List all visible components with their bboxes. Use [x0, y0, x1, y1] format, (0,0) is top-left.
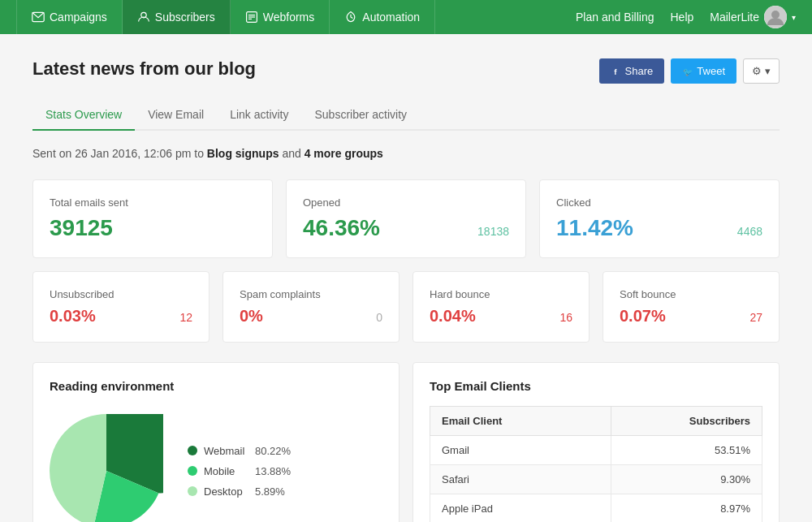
- legend-mobile-label: Mobile: [204, 465, 248, 477]
- help-link[interactable]: Help: [671, 11, 694, 24]
- stat-unsub-label: Unsubscribed: [50, 288, 192, 300]
- stat-soft-count: 27: [749, 311, 762, 324]
- stat-clicked-value: 11.42%: [556, 215, 633, 241]
- legend-desktop-label: Desktop: [204, 485, 248, 498]
- legend-mobile: Mobile 13.88%: [188, 465, 291, 477]
- stat-total-label: Total emails sent: [50, 196, 256, 209]
- stat-hard-bounce: Hard bounce 0.04% 16: [412, 271, 590, 343]
- client-name: Apple iPad: [430, 494, 611, 523]
- tab-view-email[interactable]: View Email: [135, 100, 217, 131]
- email-clients-tbody: Gmail53.51%Safari9.30%Apple iPad8.97%Int…: [430, 436, 762, 523]
- share-button[interactable]: f Share: [599, 58, 665, 84]
- legend-mobile-dot: [188, 466, 197, 476]
- main-content: Latest news from our blog f Share 🐦 Twee…: [0, 34, 812, 522]
- stat-total-value: 39125: [50, 215, 113, 241]
- stat-clicked-count: 4468: [737, 225, 762, 238]
- stat-opened-count: 18138: [477, 225, 509, 238]
- nav-automation-label: Automation: [362, 11, 420, 24]
- plan-billing-link[interactable]: Plan and Billing: [576, 11, 654, 24]
- table-row: Safari9.30%: [430, 465, 762, 494]
- legend-desktop-dot: [188, 486, 197, 496]
- stat-spam-count: 0: [376, 311, 382, 324]
- legend-webmail-label: Webmail: [204, 445, 248, 457]
- stat-unsub-main: 0.03% 12: [50, 307, 192, 326]
- stats-row-2: Unsubscribed 0.03% 12 Spam complaints 0%…: [32, 271, 780, 343]
- header-actions: f Share 🐦 Tweet ⚙ ▾: [599, 58, 780, 84]
- pie-legend: Webmail 80.22% Mobile 13.88% Desktop 5.8…: [188, 445, 291, 498]
- stat-spam: Spam complaints 0% 0: [222, 271, 400, 343]
- stat-spam-label: Spam complaints: [240, 288, 382, 300]
- avatar-icon: [764, 6, 787, 28]
- tweet-button[interactable]: 🐦 Tweet: [671, 58, 736, 84]
- automation-icon: [344, 11, 357, 24]
- page-header: Latest news from our blog f Share 🐦 Twee…: [32, 58, 780, 84]
- stat-hard-label: Hard bounce: [430, 288, 572, 300]
- pie-area: Webmail 80.22% Mobile 13.88% Desktop 5.8…: [50, 406, 382, 522]
- nav-webforms[interactable]: Webforms: [231, 0, 330, 34]
- user-menu[interactable]: MailerLite ▾: [710, 6, 796, 28]
- stat-unsub-count: 12: [179, 311, 192, 324]
- stat-total-emails: Total emails sent 39125: [32, 179, 273, 258]
- stat-opened: Opened 46.36% 18138: [286, 179, 526, 258]
- nav-campaigns-label: Campaigns: [50, 11, 107, 24]
- stat-spam-value: 0%: [240, 307, 263, 326]
- subscribers-icon: [137, 11, 150, 24]
- pie-chart: [50, 414, 163, 522]
- legend-webmail: Webmail 80.22%: [188, 445, 291, 457]
- nav-subscribers[interactable]: Subscribers: [123, 0, 231, 34]
- bottom-row: Reading environment Webmail 80.22%: [32, 362, 780, 522]
- table-row: Gmail53.51%: [430, 436, 762, 465]
- user-name-label: MailerLite: [710, 11, 759, 24]
- tabs-container: Stats Overview View Email Link activity …: [32, 100, 780, 131]
- stat-opened-label: Opened: [303, 196, 509, 209]
- stat-unsub: Unsubscribed 0.03% 12: [32, 271, 209, 343]
- twitter-icon: 🐦: [682, 66, 693, 77]
- legend-mobile-pct: 13.88%: [255, 465, 291, 477]
- nav-right: Plan and Billing Help MailerLite ▾: [576, 6, 796, 28]
- client-pct: 8.97%: [611, 494, 762, 523]
- client-pct: 9.30%: [611, 465, 762, 494]
- user-chevron-icon: ▾: [792, 13, 796, 22]
- col-client-header: Email Client: [430, 407, 611, 436]
- stat-clicked: Clicked 11.42% 4468: [539, 179, 780, 258]
- col-subscribers-header: Subscribers: [611, 407, 762, 436]
- page-title: Latest news from our blog: [32, 58, 256, 80]
- nav-webforms-label: Webforms: [263, 11, 315, 24]
- avatar: [764, 6, 787, 28]
- nav-automation[interactable]: Automation: [330, 0, 435, 34]
- legend-desktop: Desktop 5.89%: [188, 485, 291, 498]
- client-name: Gmail: [430, 436, 611, 465]
- gear-icon: ⚙: [752, 65, 762, 77]
- table-row: Apple iPad8.97%: [430, 494, 762, 523]
- tab-subscriber-activity[interactable]: Subscriber activity: [302, 100, 421, 131]
- stat-opened-value: 46.36%: [303, 215, 380, 241]
- email-clients-table: Email Client Subscribers Gmail53.51%Safa…: [430, 406, 762, 522]
- client-name: Safari: [430, 465, 611, 494]
- legend-webmail-dot: [188, 446, 197, 455]
- stat-soft-label: Soft bounce: [620, 288, 762, 300]
- webforms-icon: [245, 11, 258, 24]
- stat-unsub-value: 0.03%: [50, 307, 96, 326]
- stat-clicked-main: 11.42% 4468: [556, 215, 762, 241]
- email-clients-card: Top Email Clients Email Client Subscribe…: [412, 362, 780, 522]
- stat-soft-value: 0.07%: [620, 307, 666, 326]
- nav-left: Campaigns Subscribers Webforms Automatio…: [16, 0, 435, 34]
- navbar: Campaigns Subscribers Webforms Automatio…: [0, 0, 812, 34]
- stat-clicked-label: Clicked: [556, 196, 762, 209]
- settings-button[interactable]: ⚙ ▾: [743, 58, 780, 84]
- stat-spam-main: 0% 0: [240, 307, 382, 326]
- stats-row-1: Total emails sent 39125 Opened 46.36% 18…: [32, 179, 780, 258]
- stat-soft-bounce: Soft bounce 0.07% 27: [603, 271, 780, 343]
- nav-campaigns[interactable]: Campaigns: [16, 0, 123, 34]
- tab-stats-overview[interactable]: Stats Overview: [32, 100, 135, 131]
- nav-subscribers-label: Subscribers: [155, 11, 215, 24]
- table-header-row: Email Client Subscribers: [430, 407, 762, 436]
- email-clients-title: Top Email Clients: [430, 379, 762, 393]
- legend-webmail-pct: 80.22%: [255, 445, 291, 457]
- reading-env-card: Reading environment Webmail 80.22%: [32, 362, 400, 522]
- stat-hard-count: 16: [559, 311, 572, 324]
- campaigns-icon: [32, 11, 45, 24]
- tab-link-activity[interactable]: Link activity: [217, 100, 301, 131]
- facebook-icon: f: [611, 66, 622, 77]
- stat-total-main: 39125: [50, 215, 256, 241]
